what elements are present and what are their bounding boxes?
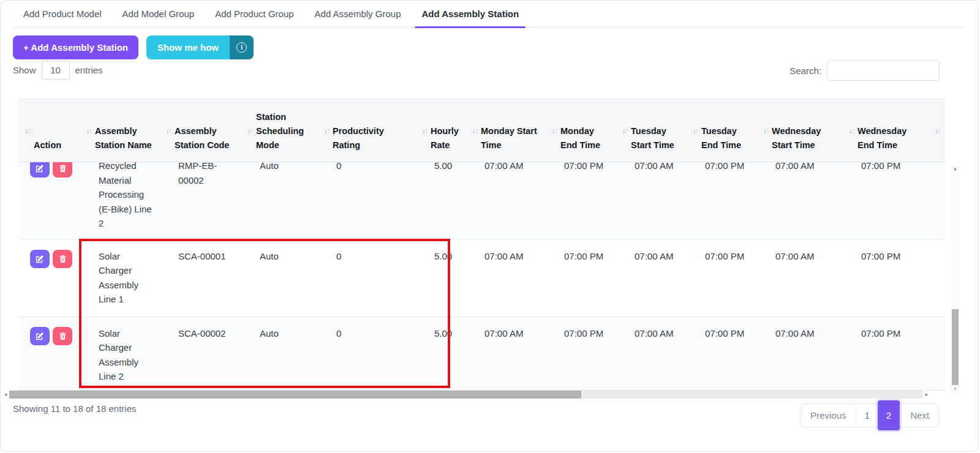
horizontal-scrollbar-thumb[interactable]	[9, 391, 581, 399]
pagination-next[interactable]: Next	[900, 404, 939, 427]
search-control: Search:	[790, 60, 940, 81]
cell-wednesday-end: 07:00 PM	[843, 162, 929, 239]
info-icon-wrap[interactable]: i	[230, 36, 254, 59]
pagination: Previous 1 2 Next	[800, 403, 940, 427]
pagination-previous[interactable]: Previous	[801, 404, 856, 427]
column-header-tuesday-end[interactable]: ↓↑Tuesday End Time	[687, 99, 757, 162]
sort-icon[interactable]: ↓↑	[849, 127, 854, 134]
column-header-next-partial[interactable]: ↓↑	[929, 99, 945, 162]
column-header-monday-start[interactable]: ↓↑Monday Start Time	[466, 99, 546, 162]
tab-add-model-group[interactable]: Add Model Group	[112, 1, 205, 27]
tab-add-assembly-group[interactable]: Add Assembly Group	[304, 1, 412, 27]
column-header-monday-end[interactable]: ↓↑Monday End Time	[546, 99, 616, 162]
cell-monday-start: 07:00 AM	[466, 162, 546, 239]
entries-count-input[interactable]	[42, 61, 70, 80]
toolbar: + Add Assembly Station Show me how i	[13, 36, 254, 59]
cell-monday-end: 07:00 PM	[546, 316, 616, 390]
header-row: ↓↑Action ↓↑Assembly Station Name ↓↑Assem…	[19, 99, 945, 162]
sort-icon[interactable]: ↓↑	[622, 127, 628, 134]
column-header-station-code[interactable]: ↓↑Assembly Station Code	[160, 99, 241, 162]
column-header-station-name[interactable]: ↓↑Assembly Station Name	[80, 99, 160, 162]
column-header-scheduling-mode[interactable]: ↓↑Station Scheduling Mode	[241, 99, 318, 162]
scroll-up-icon[interactable]: ▲	[951, 166, 959, 172]
cell-station-name: Solar Charger Assembly Line 1	[80, 239, 160, 316]
pagination-page-2[interactable]: 2	[878, 400, 900, 430]
cell-wednesday-start: 07:00 AM	[757, 239, 843, 316]
edit-icon	[36, 255, 44, 263]
cell-empty	[929, 162, 945, 239]
cell-tuesday-start: 07:00 AM	[616, 239, 687, 316]
cell-tuesday-end: 07:00 PM	[687, 162, 757, 239]
page: Add Product Model Add Model Group Add Pr…	[0, 0, 979, 452]
scroll-down-icon[interactable]: ▼	[951, 386, 959, 392]
tab-add-assembly-station[interactable]: Add Assembly Station	[411, 1, 529, 27]
horizontal-scrollbar[interactable]: ◄ ►	[2, 391, 930, 399]
delete-button[interactable]	[53, 162, 72, 178]
info-icon: i	[236, 42, 247, 53]
column-header-wednesday-start[interactable]: ↓↑Wednesday Start Time	[757, 99, 843, 162]
cell-station-code: SCA-00002	[160, 316, 241, 390]
cell-tuesday-start: 07:00 AM	[616, 316, 687, 390]
search-label: Search:	[790, 66, 821, 76]
scroll-right-icon[interactable]: ►	[923, 392, 930, 397]
sort-icon[interactable]: ↓↑	[166, 127, 172, 134]
cell-wednesday-start: 07:00 AM	[757, 316, 843, 390]
table-row: Recycled Material Processing (E-Bike) Li…	[19, 162, 945, 239]
show-me-how-label: Show me how	[146, 36, 230, 59]
cell-wednesday-start: 07:00 AM	[757, 162, 843, 239]
column-header-tuesday-start[interactable]: ↓↑Tuesday Start Time	[616, 99, 687, 162]
cell-empty	[929, 316, 945, 390]
edit-icon	[36, 164, 44, 173]
edit-button[interactable]	[30, 162, 50, 178]
search-input[interactable]	[827, 60, 940, 81]
table-row: Solar Charger Assembly Line 1 SCA-00001 …	[19, 239, 945, 316]
sort-icon[interactable]: ↓↑	[693, 127, 698, 134]
column-header-wednesday-end[interactable]: ↓↑Wednesday End Time	[843, 99, 929, 162]
sort-icon[interactable]: ↓↑	[247, 127, 253, 134]
cell-scheduling-mode: Auto	[241, 239, 318, 316]
pagination-page-1[interactable]: 1	[856, 404, 877, 427]
entries-control: Show entries	[13, 61, 103, 80]
sort-icon[interactable]: ↓↑	[86, 127, 92, 134]
sort-icon[interactable]: ↓↑	[324, 127, 330, 134]
cell-productivity: 0	[318, 162, 416, 239]
vertical-scrollbar-thumb[interactable]	[952, 309, 959, 385]
cell-monday-end: 07:00 PM	[546, 239, 616, 316]
table-body-viewport[interactable]: Recycled Material Processing (E-Bike) Li…	[19, 162, 945, 391]
sort-icon[interactable]: ↓↑	[552, 127, 557, 134]
horizontal-scrollbar-track[interactable]	[9, 391, 923, 399]
tab-strip: Add Product Model Add Model Group Add Pr…	[13, 1, 966, 28]
table-header: ↓↑Action ↓↑Assembly Station Name ↓↑Assem…	[19, 99, 945, 162]
column-header-action[interactable]: ↓↑Action	[19, 99, 80, 162]
cell-monday-end: 07:00 PM	[546, 162, 616, 239]
cell-empty	[929, 239, 945, 316]
vertical-scrollbar[interactable]: ▲ ▼	[951, 165, 959, 394]
cell-hourly-rate: 5.00	[416, 239, 466, 316]
tab-add-product-model[interactable]: Add Product Model	[13, 1, 112, 27]
cell-hourly-rate: 5.00	[416, 316, 466, 390]
sort-icon[interactable]: ↓↑	[935, 127, 940, 134]
cell-productivity: 0	[318, 239, 416, 316]
edit-icon	[36, 332, 44, 340]
delete-button[interactable]	[53, 327, 72, 345]
cell-station-code: SCA-00001	[160, 239, 241, 316]
show-me-how-button[interactable]: Show me how i	[146, 36, 254, 59]
sort-icon[interactable]: ↓↑	[422, 127, 428, 134]
edit-button[interactable]	[30, 250, 50, 268]
sort-icon[interactable]: ↓↑	[472, 127, 478, 134]
add-assembly-station-button[interactable]: + Add Assembly Station	[13, 36, 138, 59]
assembly-station-table: ↓↑Action ↓↑Assembly Station Name ↓↑Assem…	[19, 99, 945, 391]
cell-station-name: Solar Charger Assembly Line 2	[80, 316, 160, 390]
action-cell	[19, 316, 80, 390]
tab-add-product-group[interactable]: Add Product Group	[205, 1, 304, 27]
cell-scheduling-mode: Auto	[241, 316, 318, 390]
edit-button[interactable]	[30, 327, 50, 345]
cell-wednesday-end: 07:00 PM	[843, 316, 929, 390]
delete-button[interactable]	[53, 250, 72, 268]
column-header-hourly-rate[interactable]: ↓↑Hourly Rate	[416, 99, 466, 162]
scroll-left-icon[interactable]: ◄	[2, 392, 9, 397]
column-header-productivity[interactable]: ↓↑Productivity Rating	[318, 99, 416, 162]
sort-icon[interactable]: ↓↑	[25, 127, 31, 134]
sort-icon[interactable]: ↓↑	[763, 127, 769, 134]
trash-icon	[59, 255, 67, 263]
